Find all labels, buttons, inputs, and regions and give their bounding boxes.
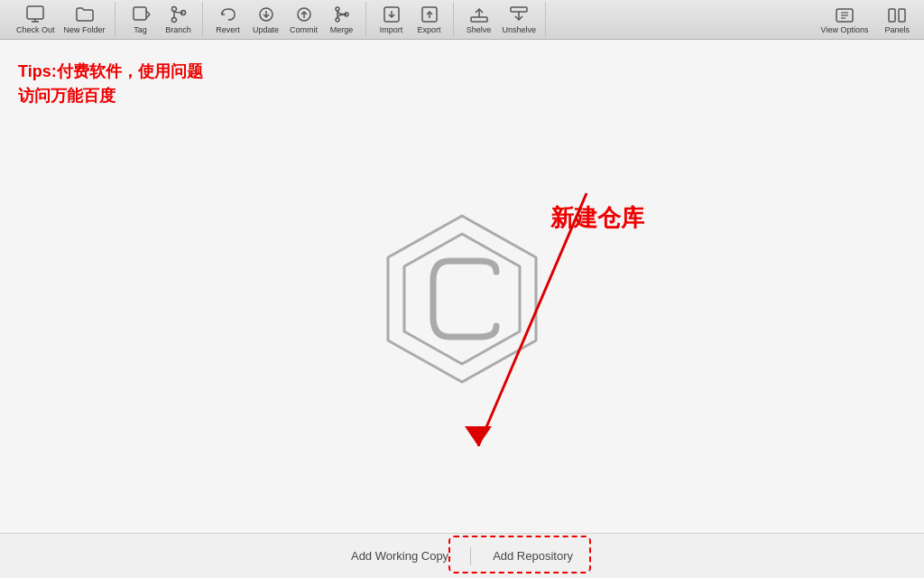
svg-point-7 [171,18,176,23]
toolbar-group-checkout: Check Out New Folder [7,2,116,37]
add-working-copy-button[interactable]: Add Working Copy [329,542,470,570]
import-label: Import [380,25,403,34]
unshelve-button[interactable]: Unshelve [499,2,541,37]
tag-label: Tag [134,25,147,34]
branch-button[interactable]: Branch [161,2,197,37]
svg-rect-30 [889,9,895,22]
folder-icon [75,5,95,24]
new-repo-label: 新建仓库 [550,202,644,234]
svg-rect-0 [27,6,43,19]
add-repository-label: Add Repository [493,549,573,563]
toolbar-right: View Options Panels [814,3,917,37]
export-label: Export [418,25,441,34]
export-button[interactable]: Export [411,2,448,37]
revert-label: Revert [216,25,240,34]
merge-button[interactable]: Merge [324,2,360,37]
panels-button[interactable]: Panels [877,3,917,37]
unshelve-label: Unshelve [503,25,537,34]
svg-point-15 [336,18,339,22]
import-icon [382,5,402,24]
commit-icon [294,5,314,24]
revert-icon [218,5,238,24]
revert-button[interactable]: Revert [210,2,246,37]
unshelve-icon [509,5,529,24]
tag-button[interactable]: Tag [123,2,159,37]
export-icon [420,5,439,24]
add-working-copy-label: Add Working Copy [351,549,448,563]
branch-label: Branch [165,25,191,34]
toolbar-group-revert: Revert Update Commit Merge [205,2,366,37]
shelve-label: Shelve [467,25,492,34]
toolbar: Check Out New Folder Tag Branch [0,0,924,40]
new-folder-label: New Folder [64,25,106,34]
svg-rect-24 [511,7,527,12]
update-icon [256,5,276,24]
svg-rect-3 [134,7,146,20]
svg-point-14 [336,7,339,11]
view-options-label: View Options [821,25,869,34]
svg-rect-22 [471,17,487,22]
update-label: Update [253,25,279,34]
app-logo [363,200,561,398]
logo-container [363,200,561,398]
svg-marker-33 [465,426,492,446]
checkout-label: Check Out [16,25,55,34]
shelve-button[interactable]: Shelve [461,2,497,37]
view-options-button[interactable]: View Options [814,3,876,37]
update-button[interactable]: Update [248,2,284,37]
svg-rect-31 [899,9,905,22]
tips-line2: 访问万能百度 [18,84,203,108]
commit-button[interactable]: Commit [286,2,322,37]
tips-text: Tips:付费软件，使用问题 访问万能百度 [18,60,203,108]
branch-icon [169,5,189,24]
main-content: Tips:付费软件，使用问题 访问万能百度 新建仓库 Add Working C… [0,40,924,578]
merge-icon [332,5,352,24]
merge-label: Merge [330,25,354,34]
import-button[interactable]: Import [374,2,410,37]
add-repository-button[interactable]: Add Repository [471,542,595,570]
new-folder-button[interactable]: New Folder [60,2,109,37]
toolbar-group-tag: Tag Branch [117,2,203,37]
svg-point-6 [171,7,176,12]
panels-label: Panels [884,25,910,34]
toolbar-group-shelve: Shelve Unshelve [456,2,547,37]
view-options-icon [835,5,855,25]
shelve-icon [469,5,489,24]
tag-icon [131,5,151,24]
checkout-button[interactable]: Check Out [13,2,59,37]
panels-icon [887,5,907,25]
checkout-icon [25,5,45,24]
commit-label: Commit [290,25,318,34]
bottom-bar: Add Working Copy Add Repository [0,533,924,578]
toolbar-group-import: Import Export [368,2,454,37]
tips-line1: Tips:付费软件，使用问题 [18,60,203,84]
